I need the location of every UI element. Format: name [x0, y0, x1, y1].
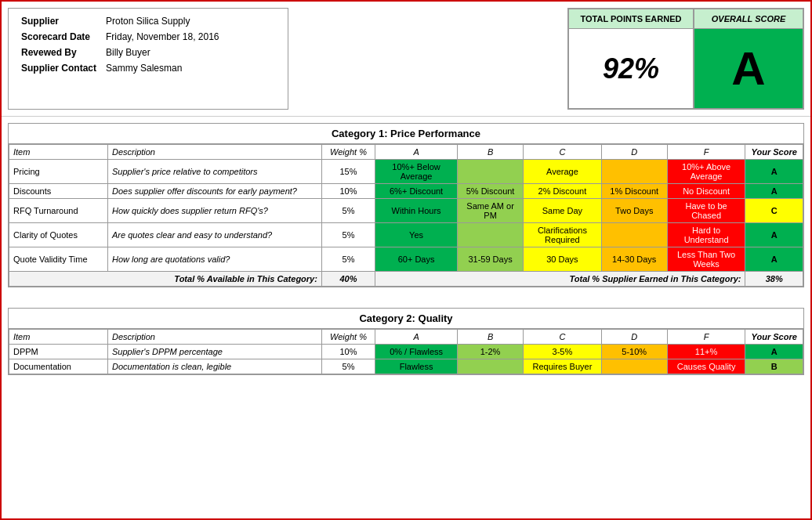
desc-discounts: Does supplier offer discounts for early … — [107, 184, 321, 199]
table-row: Discounts Does supplier offer discounts … — [9, 184, 803, 199]
top-section: Supplier Proton Silica Supply Scorecard … — [2, 2, 810, 117]
col-your-score: Your Score — [745, 145, 803, 160]
category2-title: Category 2: Quality — [9, 309, 803, 329]
your-score-discounts: A — [745, 184, 803, 199]
grade-d-dppm: 5-10% — [601, 345, 667, 359]
col-c: C — [524, 145, 602, 160]
col-d: D — [601, 145, 667, 160]
weight-validity: 5% — [321, 247, 375, 272]
weight-rfq: 5% — [321, 199, 375, 223]
reviewed-by-value: Billy Buyer — [101, 45, 224, 60]
total-earned-value: 38% — [745, 272, 803, 287]
total-available-value: 40% — [321, 272, 375, 287]
grade-f-discounts: No Discount — [667, 184, 745, 199]
overall-score-col: OVERALL SCORE A — [694, 9, 803, 109]
grade-b-dppm: 1-2% — [458, 345, 524, 359]
col-b: B — [458, 145, 524, 160]
total-earned-label: Total % Supplier Earned in This Category… — [375, 272, 745, 287]
overall-score-header: OVERALL SCORE — [694, 9, 803, 29]
grade-c-dppm: 3-5% — [524, 345, 602, 359]
grade-f-pricing: 10%+ Above Average — [667, 160, 745, 184]
category2-section: Category 2: Quality Item Description Wei… — [8, 308, 804, 375]
col-description: Description — [107, 145, 321, 160]
total-points-col: TOTAL POINTS EARNED 92% — [568, 9, 694, 109]
desc-dppm: Supplier's DPPM percentage — [107, 345, 321, 359]
col2-c: C — [524, 330, 602, 345]
category1-section: Category 1: Price Performance Item Descr… — [8, 123, 804, 287]
reviewed-by-label: Revewed By — [16, 45, 101, 60]
grade-d-discounts: 1% Discount — [601, 184, 667, 199]
col2-f: F — [667, 330, 745, 345]
grade-f-rfq: Have to be Chased — [667, 199, 745, 223]
your-score-documentation: B — [745, 359, 803, 374]
table-row: Documentation Documentation is clean, le… — [9, 359, 803, 374]
col2-your-score: Your Score — [745, 330, 803, 345]
col2-b: B — [458, 330, 524, 345]
grade-f-clarity: Hard to Understand — [667, 223, 745, 247]
grade-c-pricing: Average — [524, 160, 602, 184]
total-points-value: 92% — [595, 45, 667, 93]
your-score-rfq: C — [745, 199, 803, 223]
grade-a-clarity: Yes — [375, 223, 458, 247]
desc-rfq: How quickly does supplier return RFQ's? — [107, 199, 321, 223]
desc-clarity: Are quotes clear and easy to understand? — [107, 223, 321, 247]
category1-title: Category 1: Price Performance — [9, 124, 803, 144]
supplier-contact-value: Sammy Salesman — [101, 60, 224, 76]
item-documentation: Documentation — [9, 359, 108, 374]
item-clarity: Clarity of Quotes — [9, 223, 108, 247]
grade-a-validity: 60+ Days — [375, 247, 458, 272]
overall-score-value: A — [731, 42, 765, 96]
grade-f-documentation: Causes Quality — [667, 359, 745, 374]
grade-b-validity: 31-59 Days — [458, 247, 524, 272]
grade-d-pricing — [601, 160, 667, 184]
grade-d-rfq: Two Days — [601, 199, 667, 223]
scorecard-date-value: Friday, November 18, 2016 — [101, 29, 224, 45]
item-rfq: RFQ Turnaround — [9, 199, 108, 223]
supplier-value: Proton Silica Supply — [101, 13, 224, 29]
your-score-validity: A — [745, 247, 803, 272]
desc-pricing: Supplier's price relative to competitors — [107, 160, 321, 184]
table-row: Pricing Supplier's price relative to com… — [9, 160, 803, 184]
grade-d-documentation — [601, 359, 667, 374]
desc-validity: How long are quotations valid? — [107, 247, 321, 272]
grade-a-documentation: Flawless — [375, 359, 458, 374]
col-a: A — [375, 145, 458, 160]
grade-a-dppm: 0% / Flawless — [375, 345, 458, 359]
col2-weight: Weight % — [321, 330, 375, 345]
your-score-dppm: A — [745, 345, 803, 359]
category1-table: Item Description Weight % A B C D F Your… — [9, 144, 803, 287]
col2-description: Description — [107, 330, 321, 345]
grade-c-clarity: Clarifications Required — [524, 223, 602, 247]
grade-f-validity: Less Than Two Weeks — [667, 247, 745, 272]
grade-b-rfq: Same AM or PM — [458, 199, 524, 223]
grade-b-clarity — [458, 223, 524, 247]
col-item: Item — [9, 145, 108, 160]
weight-pricing: 15% — [321, 160, 375, 184]
item-validity: Quote Validity Time — [9, 247, 108, 272]
scorecard-date-label: Scorecard Date — [16, 29, 101, 45]
grade-a-rfq: Within Hours — [375, 199, 458, 223]
weight-discounts: 10% — [321, 184, 375, 199]
total-row-cat1: Total % Available in This Category: 40% … — [9, 272, 803, 287]
item-pricing: Pricing — [9, 160, 108, 184]
grade-c-validity: 30 Days — [524, 247, 602, 272]
category2-table: Item Description Weight % A B C D F Your… — [9, 329, 803, 374]
col2-a: A — [375, 330, 458, 345]
col-f: F — [667, 145, 745, 160]
supplier-label: Supplier — [16, 13, 101, 29]
weight-documentation: 5% — [321, 359, 375, 374]
table-row: Quote Validity Time How long are quotati… — [9, 247, 803, 272]
grade-a-pricing: 10%+ Below Average — [375, 160, 458, 184]
col2-d: D — [601, 330, 667, 345]
grade-b-discounts: 5% Discount — [458, 184, 524, 199]
score-section: TOTAL POINTS EARNED 92% OVERALL SCORE A — [567, 8, 804, 110]
your-score-pricing: A — [745, 160, 803, 184]
col-weight: Weight % — [321, 145, 375, 160]
item-discounts: Discounts — [9, 184, 108, 199]
supplier-info: Supplier Proton Silica Supply Scorecard … — [8, 8, 288, 110]
total-points-header: TOTAL POINTS EARNED — [568, 9, 694, 29]
desc-documentation: Documentation is clean, legible — [107, 359, 321, 374]
grade-d-validity: 14-30 Days — [601, 247, 667, 272]
table-row: Clarity of Quotes Are quotes clear and e… — [9, 223, 803, 247]
grade-f-dppm: 11+% — [667, 345, 745, 359]
